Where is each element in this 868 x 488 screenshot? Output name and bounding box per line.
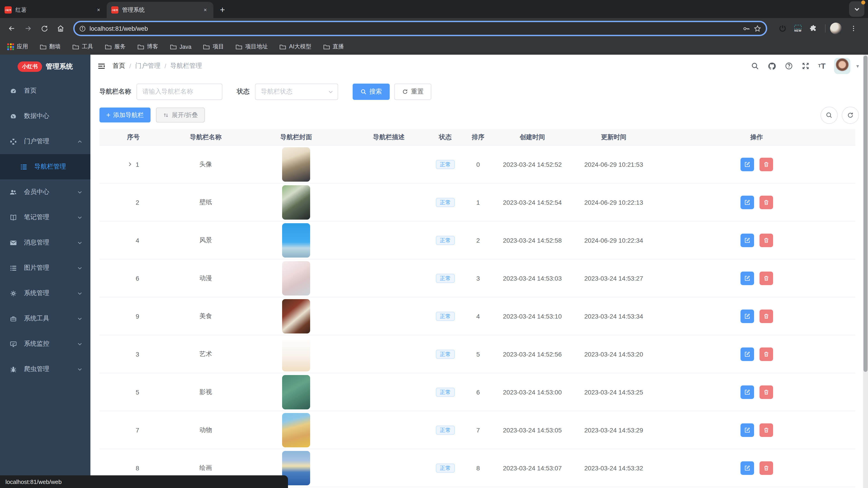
row-updated-time: 2023-03-24 14:53:27 (584, 274, 643, 282)
forward-icon[interactable] (21, 21, 35, 36)
delete-button[interactable] (759, 195, 773, 209)
tab-close-icon[interactable]: × (95, 6, 102, 13)
user-avatar[interactable] (834, 58, 850, 74)
sidebar-item-portal[interactable]: 门户管理 (0, 129, 90, 154)
cover-pandas-in-water[interactable] (282, 375, 310, 409)
edit-button[interactable] (740, 309, 754, 323)
sidebar-item-system-monitor[interactable]: 系统监控 (0, 331, 90, 357)
password-key-icon[interactable] (742, 25, 750, 32)
row-name: 影视 (199, 388, 212, 396)
sidebar-item-image-manage[interactable]: 图片管理 (0, 255, 90, 281)
delete-button[interactable] (759, 233, 773, 247)
row-sort: 2 (476, 236, 480, 244)
new-extension-icon[interactable]: NEW (794, 25, 802, 32)
logo[interactable]: 小红书 管理系统 (0, 55, 90, 78)
sidebar-item-data-center[interactable]: 数据中心 (0, 103, 90, 129)
scrollbar-thumb[interactable] (864, 56, 868, 372)
breadcrumb-home[interactable]: 首页 (113, 62, 125, 70)
font-size-icon[interactable]: TT (818, 62, 826, 70)
delete-button[interactable] (759, 461, 773, 475)
extensions-puzzle-icon[interactable] (806, 21, 820, 36)
browser-menu-dots-icon[interactable] (846, 21, 861, 36)
add-navbar-button[interactable]: + 添加导航栏 (99, 107, 151, 123)
breadcrumb-portal[interactable]: 门户管理 (135, 62, 160, 70)
cover-anime-girl[interactable] (282, 261, 310, 295)
delete-button[interactable] (759, 347, 773, 361)
delete-button[interactable] (759, 271, 773, 285)
tab-title: 红薯 (16, 6, 91, 14)
new-tab-button[interactable]: + (216, 4, 229, 16)
delete-button[interactable] (759, 309, 773, 323)
expand-collapse-button[interactable]: 展开/折叠 (156, 107, 205, 123)
reload-icon[interactable] (37, 21, 52, 36)
collapse-sidebar-icon[interactable] (98, 62, 105, 70)
show-search-toggle-icon[interactable] (820, 106, 838, 124)
status-filter-select[interactable]: 导航栏状态 (255, 84, 338, 100)
sidebar-item-system-manage[interactable]: 系统管理 (0, 281, 90, 306)
trash-icon (763, 237, 769, 243)
url-text[interactable]: localhost:81/web/web (90, 25, 739, 32)
bookmark-item[interactable]: 服务 (105, 43, 126, 51)
bookmark-item[interactable]: 应用 (7, 43, 28, 51)
sidebar-item-crawler-manage[interactable]: 爬虫管理 (0, 357, 90, 382)
site-info-icon[interactable] (79, 25, 86, 32)
sidebar-item-note-manage[interactable]: 笔记管理 (0, 205, 90, 230)
search-button[interactable]: 搜索 (352, 84, 390, 100)
edit-button[interactable] (740, 195, 754, 209)
delete-button[interactable] (759, 385, 773, 399)
breadcrumb: 首页 / 门户管理 / 导航栏管理 (113, 62, 751, 70)
bookmark-item[interactable]: 工具 (72, 43, 93, 51)
help-icon[interactable] (784, 62, 793, 70)
edit-button[interactable] (740, 423, 754, 437)
sidebar-item-message-manage[interactable]: 消息管理 (0, 230, 90, 255)
cover-blue-sky-railway[interactable] (282, 223, 310, 257)
tab-close-icon[interactable]: × (202, 6, 209, 13)
admin-app: 小红书 管理系统 首页 数据中心 门户管理 导航栏管理 会员中心 笔记管理 消息… (0, 55, 868, 488)
refresh-table-icon[interactable] (842, 106, 859, 124)
fullscreen-icon[interactable] (801, 62, 809, 70)
back-icon[interactable] (4, 21, 19, 36)
browser-tab-active[interactable]: 小红书 管理系统 × (107, 2, 213, 18)
sidebar-item-home[interactable]: 首页 (0, 78, 90, 103)
browser-profile-avatar[interactable] (830, 23, 842, 34)
github-icon[interactable] (767, 62, 776, 70)
edit-button[interactable] (740, 347, 754, 361)
sidebar-item-system-tools[interactable]: 系统工具 (0, 306, 90, 331)
bookmark-item[interactable]: 项目地址 (236, 43, 268, 51)
edit-button[interactable] (740, 233, 754, 247)
bookmark-item[interactable]: 直播 (323, 43, 344, 51)
bookmark-item[interactable]: 博客 (137, 43, 158, 51)
row-created-time: 2023-03-24 14:52:54 (503, 199, 562, 206)
expand-row-icon[interactable] (127, 162, 132, 167)
bookmark-item[interactable]: 翻墙 (40, 43, 61, 51)
tab-search-chevron-icon[interactable] (849, 1, 864, 17)
bookmark-item[interactable]: Java (170, 43, 191, 50)
refresh-icon (402, 89, 408, 95)
bookmark-star-icon[interactable] (754, 25, 761, 32)
table-row: 6 动漫 正常 3 2023-03-24 14:53:03 2023-03-24… (99, 259, 855, 297)
reset-button[interactable]: 重置 (394, 84, 431, 100)
page-scrollbar[interactable] (863, 55, 868, 488)
delete-button[interactable] (759, 158, 773, 171)
sidebar-item-member-center[interactable]: 会员中心 (0, 180, 90, 205)
edit-button[interactable] (740, 385, 754, 399)
edit-button[interactable] (740, 461, 754, 475)
cover-man-driving-car[interactable] (282, 185, 310, 219)
power-extension-icon[interactable] (775, 21, 790, 36)
delete-button[interactable] (759, 423, 773, 437)
cover-shiba-dog-flowers[interactable] (282, 413, 310, 447)
edit-button[interactable] (740, 158, 754, 171)
name-filter-input[interactable]: 请输入导航栏名称 (136, 84, 222, 100)
sidebar-item-navbar-manage[interactable]: 导航栏管理 (0, 154, 90, 180)
edit-button[interactable] (740, 271, 754, 285)
cover-hotpot-food[interactable] (282, 299, 310, 333)
bookmark-item[interactable]: AI大模型 (280, 43, 311, 51)
cover-avatar-boy-photo[interactable] (282, 147, 310, 182)
cover-white-cat-cartoon[interactable] (282, 337, 310, 371)
home-icon[interactable] (53, 21, 68, 36)
bookmark-item[interactable]: 项目 (203, 43, 224, 51)
url-bar[interactable]: localhost:81/web/web (73, 21, 767, 36)
search-icon[interactable] (751, 62, 759, 70)
browser-tab-inactive[interactable]: 小红书 红薯 × (0, 2, 107, 18)
caret-down-icon[interactable]: ▼ (855, 64, 860, 68)
